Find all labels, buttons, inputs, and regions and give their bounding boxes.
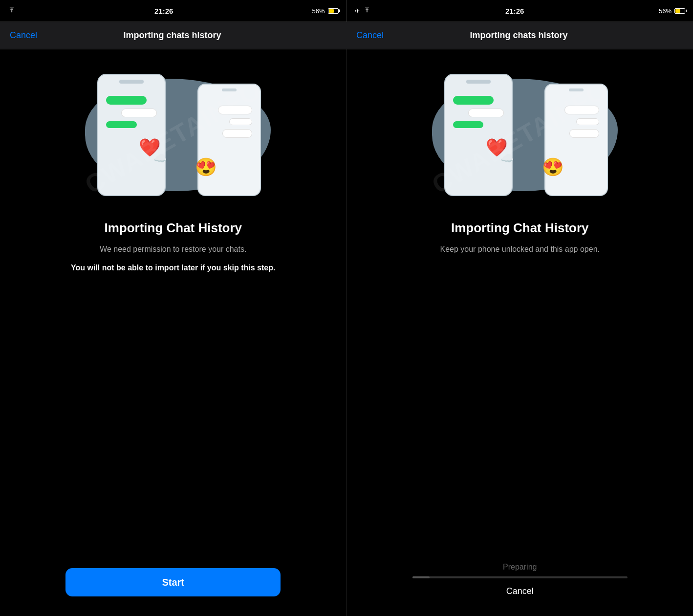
chat-bubble-green-2: [106, 121, 136, 128]
love-face-emoji-right: 😍: [542, 157, 564, 177]
phone-left-device-r: [444, 74, 513, 196]
cancel-button-bottom[interactable]: Cancel: [506, 586, 534, 596]
illustration-right: ❤️ ☁️ 😍 CWABETAINFO: [417, 69, 623, 206]
cloud-emoji-left: ☁️: [153, 152, 167, 165]
status-time-right: 21:26: [505, 7, 524, 15]
battery-icon-left: [328, 8, 339, 14]
chat-bubble-green-1: [106, 96, 147, 105]
progress-bar-track: [412, 576, 628, 578]
chat-bubble-white-r3: [576, 118, 599, 125]
status-bar: 21:26 56% ✈ 21:26 56%: [0, 0, 693, 22]
chat-bubble-white-2: [218, 106, 253, 114]
status-left-icons: [8, 7, 16, 15]
start-button[interactable]: Start: [65, 568, 281, 596]
status-bar-right: ✈ 21:26 56%: [346, 0, 693, 22]
bottom-area-right: Preparing Cancel: [347, 553, 693, 616]
illustration-left: ❤️ ☁️ 😍 CWABETAINFO: [70, 69, 276, 206]
phone-right-device: [197, 84, 261, 196]
love-face-emoji-left: 😍: [195, 157, 217, 177]
bold-warning-left: You will not be able to import later if …: [61, 262, 285, 274]
main-area: ❤️ ☁️ 😍 CWABETAINFO Importing Chat Histo…: [0, 49, 693, 616]
left-panel: ❤️ ☁️ 😍 CWABETAINFO Importing Chat Histo…: [0, 49, 347, 616]
chat-bubble-white-1: [121, 109, 157, 117]
progress-label: Preparing: [412, 563, 628, 572]
sub-text-right: Keep your phone unlocked and this app op…: [408, 243, 632, 255]
battery-icon-right: [674, 8, 685, 14]
bottom-area-left: Start: [0, 558, 346, 616]
chat-bubble-green-r2: [453, 121, 483, 128]
sub-text-left: We need permission to restore your chats…: [61, 243, 285, 255]
wifi-icon-right: [363, 7, 371, 15]
nav-title-right: Importing chats history: [470, 30, 568, 41]
nav-left: Cancel Importing chats history: [0, 22, 346, 49]
battery-percent-left: 56%: [312, 7, 325, 15]
main-title-right: Importing Chat History: [408, 220, 632, 236]
chat-bubble-green-r1: [453, 96, 494, 105]
cancel-button-right[interactable]: Cancel: [356, 30, 384, 41]
chat-bubble-white-r2: [564, 106, 599, 114]
status-left-icons-right: ✈: [355, 7, 371, 15]
phone-right-device-r: [544, 84, 608, 196]
content-left: Importing Chat History We need permissio…: [56, 220, 290, 279]
phone-left-device: [97, 74, 166, 196]
progress-area: Preparing: [412, 563, 628, 578]
chat-area-right-r: [549, 102, 603, 191]
nav-title-left: Importing chats history: [124, 30, 221, 41]
chat-bubble-white-3: [229, 118, 252, 125]
status-right-right: 56%: [659, 7, 685, 15]
cloud-emoji-right: ☁️: [500, 152, 514, 165]
airplane-icon: ✈: [355, 7, 360, 15]
nav-bar: Cancel Importing chats history Cancel Im…: [0, 22, 693, 49]
right-panel: ❤️ ☁️ 😍 CWABETAINFO Importing Chat Histo…: [347, 49, 693, 616]
nav-right: Cancel Importing chats history: [346, 22, 693, 49]
content-right: Importing Chat History Keep your phone u…: [403, 220, 637, 262]
status-bar-left: 21:26 56%: [0, 0, 346, 22]
status-time-left: 21:26: [154, 7, 173, 15]
chat-bubble-white-4: [222, 129, 252, 138]
progress-bar-fill: [412, 576, 430, 578]
chat-area-right: [202, 102, 256, 191]
wifi-icon: [8, 7, 16, 15]
chat-bubble-white-r4: [569, 129, 599, 138]
battery-percent-right: 56%: [659, 7, 671, 15]
cancel-button-left[interactable]: Cancel: [10, 30, 37, 41]
chat-bubble-white-r1: [468, 109, 504, 117]
main-title-left: Importing Chat History: [61, 220, 285, 236]
status-right-left: 56%: [312, 7, 338, 15]
